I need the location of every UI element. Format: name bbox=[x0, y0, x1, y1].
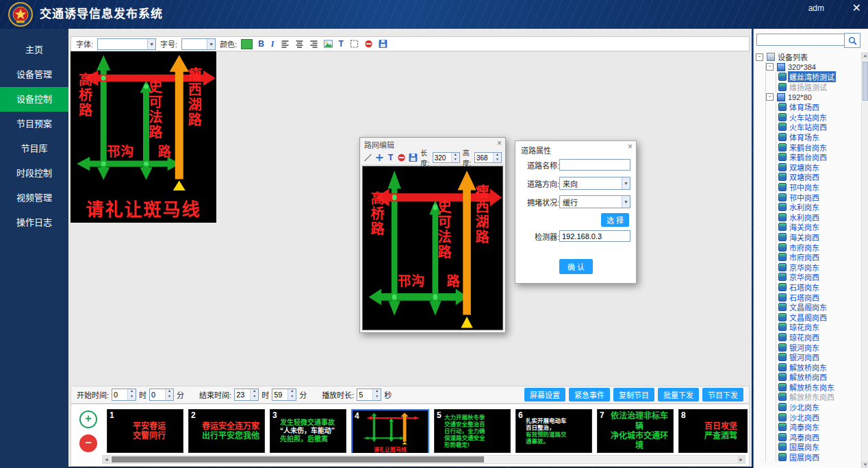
sidebar-item-7[interactable]: 操作日志 bbox=[0, 210, 68, 235]
tree-device-item[interactable]: 螺丝湾桥测试 bbox=[776, 72, 861, 82]
tree-device-item[interactable]: 市府岗西 bbox=[776, 252, 861, 262]
detector-input[interactable] bbox=[559, 230, 630, 242]
tree-group-0[interactable]: -320*384 bbox=[766, 62, 861, 73]
close-icon[interactable]: × bbox=[628, 142, 633, 151]
spinner[interactable]: ▲▼ bbox=[165, 389, 173, 400]
tree-device-item[interactable]: 银河岗东 bbox=[776, 342, 861, 352]
scroll-left-icon[interactable]: ◄ bbox=[103, 456, 110, 463]
canvas-height-input[interactable]: ▲▼ bbox=[474, 152, 502, 163]
spinner[interactable]: ▲▼ bbox=[372, 389, 381, 400]
device-search-input[interactable] bbox=[756, 34, 851, 46]
delete-icon[interactable] bbox=[397, 153, 406, 162]
spinner[interactable]: ▲▼ bbox=[493, 153, 501, 162]
tree-device-item[interactable]: 京华岗东 bbox=[776, 262, 861, 272]
sidebar-item-1[interactable]: 设备管理 bbox=[0, 62, 68, 87]
start-minute-input[interactable]: ▲▼ bbox=[149, 389, 174, 401]
tree-device-item[interactable]: 石塔岗东 bbox=[776, 282, 861, 293]
sidebar-item-2[interactable]: 设备控制 bbox=[0, 87, 68, 112]
copy-program-button[interactable]: 复制节目 bbox=[613, 388, 654, 402]
bold-button[interactable]: B bbox=[257, 39, 266, 49]
scroll-right-icon[interactable]: ► bbox=[737, 456, 745, 463]
horizontal-scrollbar[interactable]: ◄ ► bbox=[102, 455, 745, 464]
text-tool-button[interactable]: T bbox=[337, 39, 345, 49]
tree-device-item[interactable]: 体育场西 bbox=[776, 102, 861, 112]
align-right-icon[interactable] bbox=[309, 39, 319, 49]
scrollbar-thumb[interactable] bbox=[112, 456, 484, 463]
italic-button[interactable]: I bbox=[270, 39, 276, 49]
tree-device-item[interactable]: 水利岗西 bbox=[776, 212, 861, 223]
tree-device-item[interactable]: 水利岗东 bbox=[776, 202, 861, 212]
program-send-button[interactable]: 节目下发 bbox=[702, 388, 743, 402]
align-center-icon[interactable] bbox=[294, 39, 305, 49]
program-thumb-1[interactable]: 1平安春运交警同行 bbox=[107, 409, 183, 453]
save-icon[interactable] bbox=[409, 153, 418, 162]
tree-device-item[interactable]: 火车站岗西 bbox=[776, 122, 861, 132]
end-hour-input[interactable]: ▲▼ bbox=[234, 389, 259, 401]
tree-device-item[interactable]: 体育场东 bbox=[776, 132, 861, 143]
congestion-select[interactable]: 缓行 ▼ bbox=[559, 195, 630, 208]
tree-device-item[interactable]: 沙北岗西 bbox=[776, 412, 861, 422]
program-thumb-8[interactable]: 8百日攻坚严查酒驾 bbox=[678, 409, 748, 453]
tree-device-item[interactable]: 海关岗西 bbox=[776, 232, 861, 243]
road-direction-select[interactable]: 来向 ▼ bbox=[559, 177, 630, 190]
text-tool-button[interactable]: T bbox=[387, 153, 394, 162]
tree-device-item[interactable]: 维扬路测试 bbox=[776, 82, 861, 93]
tree-device-item[interactable]: 文昌阁岗东 bbox=[776, 302, 861, 312]
scroll-up-icon[interactable]: ▲ bbox=[862, 52, 868, 59]
screen-settings-button[interactable]: 屏幕设置 bbox=[524, 388, 565, 402]
tree-device-item[interactable]: 海关岗东 bbox=[776, 222, 861, 232]
end-minute-input[interactable]: ▲▼ bbox=[272, 389, 296, 401]
tree-expander-icon[interactable]: - bbox=[766, 93, 774, 101]
start-hour-input[interactable]: ▲▼ bbox=[112, 389, 136, 401]
program-thumb-4[interactable]: 4 请礼让斑马线 bbox=[351, 409, 429, 453]
tree-device-item[interactable]: 邗中岗东 bbox=[776, 182, 861, 193]
spinner[interactable]: ▲▼ bbox=[250, 389, 258, 400]
program-thumb-2[interactable]: 2春运安全连万家出行平安您我他 bbox=[188, 409, 265, 453]
tree-device-item[interactable]: 解放桥东岗东 bbox=[776, 382, 861, 393]
tree-device-item[interactable]: 邗中岗西 bbox=[776, 192, 861, 202]
sidebar-item-0[interactable]: 主页 bbox=[0, 38, 68, 62]
scrollbar-thumb[interactable] bbox=[863, 62, 868, 101]
tree-device-item[interactable]: 解放桥东岗西 bbox=[776, 392, 861, 402]
close-icon[interactable]: × bbox=[497, 138, 502, 148]
save-icon[interactable] bbox=[378, 39, 388, 49]
tree-device-item[interactable]: 火车站岗东 bbox=[776, 112, 861, 123]
delete-icon[interactable] bbox=[363, 39, 374, 49]
select-detector-button[interactable]: 选 择 bbox=[601, 213, 629, 227]
insert-image-icon[interactable] bbox=[323, 39, 333, 49]
program-thumb-7[interactable]: 7依法治理非标车辆净化城市交通环境 bbox=[597, 409, 674, 453]
font-size-select[interactable]: ▼ bbox=[181, 38, 216, 50]
tree-group-1[interactable]: -192*80 bbox=[766, 92, 861, 102]
search-button[interactable] bbox=[844, 33, 860, 48]
add-road-icon[interactable] bbox=[375, 153, 384, 162]
font-family-select[interactable]: ▼ bbox=[97, 38, 156, 50]
tree-device-item[interactable]: 双塘岗西 bbox=[776, 172, 861, 182]
tree-device-item[interactable]: 鸿泰岗东 bbox=[776, 422, 861, 432]
scroll-down-icon[interactable]: ▼ bbox=[862, 461, 868, 468]
road-name-input[interactable] bbox=[559, 159, 630, 171]
tree-expander-icon[interactable]: - bbox=[766, 63, 774, 71]
tree-expander-icon[interactable]: - bbox=[756, 53, 763, 61]
spinner[interactable]: ▲▼ bbox=[288, 389, 296, 400]
tree-device-item[interactable]: 解放桥岗东 bbox=[776, 362, 861, 372]
line-tool-icon[interactable] bbox=[363, 153, 372, 162]
tree-device-item[interactable]: 双塘岗东 bbox=[776, 162, 861, 173]
program-thumb-6[interactable]: 6扎实开展电动车百日整治，有效预防道路交通事故。 bbox=[515, 409, 592, 453]
tree-device-item[interactable]: 来鹤台岗东 bbox=[776, 142, 861, 152]
sidebar-item-3[interactable]: 节目预案 bbox=[0, 112, 68, 136]
tree-device-item[interactable]: 石塔岗西 bbox=[776, 292, 861, 302]
dialog-titlebar[interactable]: 路网编辑 × bbox=[360, 138, 505, 151]
spinner[interactable]: ▲▼ bbox=[451, 153, 459, 162]
batch-send-button[interactable]: 批量下发 bbox=[658, 388, 699, 402]
duration-input[interactable]: ▲▼ bbox=[357, 389, 381, 401]
sidebar-item-6[interactable]: 视频管理 bbox=[0, 186, 68, 210]
tree-root[interactable]: -设备列表 bbox=[756, 52, 861, 62]
sidebar-item-4[interactable]: 节目库 bbox=[0, 136, 68, 161]
add-program-button[interactable]: + bbox=[79, 410, 97, 428]
tree-device-item[interactable]: 文昌阁岗西 bbox=[776, 312, 861, 322]
tree-device-item[interactable]: 解放桥岗西 bbox=[776, 372, 861, 382]
tree-device-item[interactable]: 沙北岗东 bbox=[776, 402, 861, 412]
sidebar-item-5[interactable]: 时段控制 bbox=[0, 161, 68, 186]
tree-device-item[interactable]: 琼花岗西 bbox=[776, 332, 861, 343]
dialog-titlebar[interactable]: 道路属性 × bbox=[515, 141, 636, 156]
